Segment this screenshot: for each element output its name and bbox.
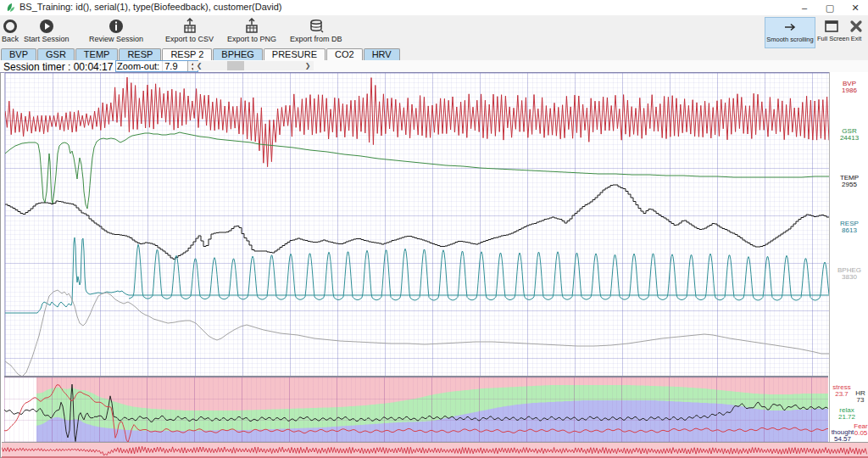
tab-bpheg[interactable]: BPHEG xyxy=(213,48,263,60)
window-title: BS_Training: id(), serial(1), type(Biofe… xyxy=(19,2,282,12)
export-box-icon xyxy=(243,18,260,35)
tab-co2[interactable]: CO2 xyxy=(326,48,363,60)
scroll-left-icon[interactable]: ❮ xyxy=(193,61,205,70)
toolbar: BackStart SessionReview SessionExport to… xyxy=(0,15,868,48)
review-session-label: Review Session xyxy=(89,35,143,43)
smooth-scrolling-button[interactable]: Smooth scrolling xyxy=(765,17,815,48)
session-timer: Session timer : 00:04:17 xyxy=(3,61,113,73)
timeline-scrollbar[interactable]: ❮ ❯ xyxy=(193,61,314,70)
arrow-right-icon xyxy=(782,19,798,36)
start-session-label: Start Session xyxy=(24,35,70,43)
export-db-button[interactable]: Export from DB xyxy=(290,17,342,47)
signal-label-stress: stress 23.7 xyxy=(830,384,854,398)
export-db-label: Export from DB xyxy=(290,35,342,43)
exit-label: Exit xyxy=(846,35,866,42)
exit-button[interactable]: Exit xyxy=(846,17,866,47)
main-signal-chart xyxy=(4,72,830,376)
scroll-right-icon[interactable]: ❯ xyxy=(302,61,314,70)
review-session-button[interactable]: Review Session xyxy=(89,17,143,47)
maximize-icon[interactable]: ▢ xyxy=(817,0,843,15)
tab-gsr[interactable]: GSR xyxy=(37,48,75,60)
signal-label-temp: TEMP 2955 xyxy=(832,175,867,188)
signal-label-resp: RESP 8613 xyxy=(832,221,867,234)
minimize-icon[interactable]: – xyxy=(792,0,817,15)
lower-waveforms xyxy=(4,377,828,443)
full-screen-label: Full Screen xyxy=(817,35,846,42)
tab-temp[interactable]: TEMP xyxy=(75,48,119,60)
signal-label-thought: thought 54.57 xyxy=(830,429,855,443)
back-label: Back xyxy=(2,35,19,43)
back-icon xyxy=(2,18,19,35)
tab-resp[interactable]: RESP xyxy=(119,48,161,60)
export-csv-label: Export to CSV xyxy=(165,35,214,43)
signal-label-bvp: BVP 1986 xyxy=(832,81,867,94)
status-row: Session timer : 00:04:17 Zoom-out: 7.9 ▲… xyxy=(0,60,868,73)
signal-label-hr: HR 73 xyxy=(854,390,867,404)
smooth-scrolling-label: Smooth scrolling xyxy=(765,36,815,43)
signal-label-bpheg: BPHEG 3830 xyxy=(832,267,867,281)
app-icon xyxy=(5,3,15,13)
start-session-button[interactable]: Start Session xyxy=(24,17,70,47)
play-icon xyxy=(38,18,55,35)
export-png-label: Export to PNG xyxy=(227,35,276,43)
info-icon xyxy=(108,18,125,35)
x-icon xyxy=(848,18,865,35)
main-waveforms xyxy=(5,73,829,376)
stress-relax-chart xyxy=(4,376,828,443)
export-png-button[interactable]: Export to PNG xyxy=(227,17,276,47)
tab-bvp[interactable]: BVP xyxy=(1,48,36,60)
tab-bar: BVPGSRTEMPRESPRESP 2BPHEGPRESURECO2HRV xyxy=(0,48,868,60)
zoom-out-label: Zoom-out: xyxy=(117,61,159,71)
zoom-out-spinbox[interactable]: Zoom-out: 7.9 ▲▼ xyxy=(115,60,198,72)
export-csv-button[interactable]: Export to CSV xyxy=(165,17,214,47)
tab-hrv[interactable]: HRV xyxy=(364,48,400,60)
signal-label-gsr: GSR 24413 xyxy=(832,128,867,142)
signal-label-fear: Fear 0.05 xyxy=(853,423,868,437)
fear-waveforms xyxy=(2,443,868,458)
title-bar: BS_Training: id(), serial(1), type(Biofe… xyxy=(0,0,868,16)
full-screen-button[interactable]: Full Screen xyxy=(817,17,846,47)
fear-signal-strip xyxy=(2,442,868,458)
tab-resp-2[interactable]: RESP 2 xyxy=(162,48,212,60)
zoom-out-value[interactable]: 7.9 xyxy=(162,61,183,71)
signal-label-panel: BVP 1986GSR 24413TEMP 2955RESP 8613BPHEG… xyxy=(829,72,868,442)
window-icon xyxy=(823,18,840,35)
tab-presure[interactable]: PRESURE xyxy=(264,48,326,60)
database-icon xyxy=(308,18,325,35)
signal-label-relax: relax 21.72 xyxy=(832,407,862,421)
scrollbar-thumb[interactable] xyxy=(227,61,244,70)
export-box-icon xyxy=(181,18,198,35)
app-window: { "window": { "title": "BS_Training: id(… xyxy=(0,0,868,458)
close-icon[interactable]: ✕ xyxy=(843,0,868,15)
back-button[interactable]: Back xyxy=(2,17,19,47)
